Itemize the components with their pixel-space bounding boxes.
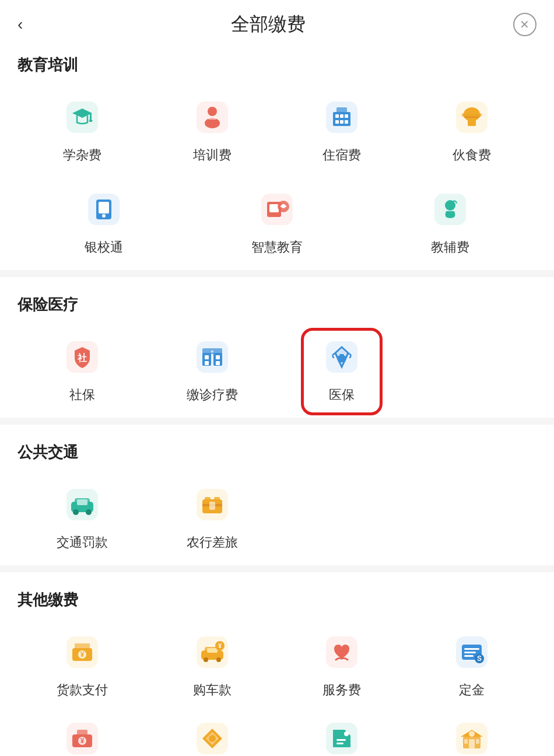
zhenzhen-icon-wrap: + bbox=[189, 334, 236, 380]
chef-icon bbox=[456, 102, 488, 133]
service-icon bbox=[326, 636, 357, 668]
svg-rect-39 bbox=[205, 361, 209, 365]
item-jiaofu[interactable]: 教辅费 bbox=[363, 178, 537, 264]
section-title-other: 其他缴费 bbox=[17, 590, 537, 610]
svg-rect-57 bbox=[209, 502, 215, 510]
svg-point-4 bbox=[208, 107, 217, 116]
item-huiyuan[interactable]: 会员费 bbox=[148, 707, 278, 756]
item-jiaotong[interactable]: 交通罚款 bbox=[17, 473, 148, 559]
gongcheng-icon-wrap: ¥ bbox=[59, 715, 106, 756]
hospital-icon: + bbox=[197, 341, 228, 373]
insurance-grid: 社 社保 + 缴诊疗费 bbox=[17, 326, 537, 412]
empty-slot bbox=[407, 326, 537, 412]
svg-rect-73 bbox=[464, 648, 479, 650]
svg-rect-40 bbox=[216, 361, 220, 365]
item-zhushu[interactable]: 住宿费 bbox=[277, 86, 407, 172]
svg-rect-8 bbox=[333, 112, 350, 126]
svg-rect-10 bbox=[340, 114, 343, 118]
yinxiao-label: 银校通 bbox=[85, 239, 123, 256]
item-gouchekuan[interactable]: ¥ 购车款 bbox=[148, 621, 278, 707]
svg-rect-55 bbox=[214, 497, 220, 502]
peixun-icon-wrap bbox=[189, 94, 236, 141]
fuwufei-label: 服务费 bbox=[322, 681, 361, 699]
svg-point-29 bbox=[282, 205, 285, 208]
svg-text:¥: ¥ bbox=[80, 650, 85, 659]
section-transport: 公共交通 交通罚款 bbox=[0, 430, 554, 559]
item-peixun[interactable]: 培训费 bbox=[148, 86, 278, 172]
svg-text:+: + bbox=[211, 349, 213, 355]
zhushu-icon-wrap bbox=[318, 94, 365, 141]
peixun-label: 培训费 bbox=[193, 146, 232, 164]
svg-rect-27 bbox=[269, 204, 279, 212]
smartedu-icon bbox=[261, 194, 293, 225]
item-zhihui[interactable]: 智慧教育 bbox=[191, 178, 364, 264]
item-gongcheng[interactable]: ¥ 工程款 bbox=[17, 707, 148, 756]
back-button[interactable]: ‹ bbox=[17, 15, 23, 34]
phone-icon bbox=[88, 194, 120, 225]
transport-grid: 交通罚款 农行差旅 bbox=[17, 473, 537, 559]
dingjin-icon-wrap: $ S bbox=[448, 629, 495, 676]
section-insurance: 保险医疗 社 社保 bbox=[0, 283, 554, 412]
item-xuezan[interactable]: 学杂费 bbox=[17, 86, 148, 172]
svg-point-95 bbox=[469, 731, 475, 737]
svg-rect-12 bbox=[335, 120, 339, 124]
svg-point-50 bbox=[86, 509, 92, 515]
jiaofu-label: 教辅费 bbox=[431, 239, 469, 256]
building-icon bbox=[326, 102, 357, 133]
huoshi-label: 伙食费 bbox=[453, 146, 491, 164]
item-huoshi[interactable]: 伙食费 bbox=[407, 86, 537, 172]
divider-1 bbox=[0, 270, 554, 277]
education-grid-row2: 银校通 智慧教育 bbox=[17, 178, 537, 264]
qita-icon-wrap bbox=[318, 715, 365, 756]
yibao-label: 医保 bbox=[329, 386, 355, 404]
gouchekuan-icon-wrap: ¥ bbox=[189, 629, 236, 676]
other-grid-row1: ¥ 货款支付 ¥ 购车款 bbox=[17, 621, 537, 707]
item-tanchuang[interactable]: 摊位费 bbox=[407, 707, 537, 756]
svg-text:S: S bbox=[477, 654, 482, 663]
divider-2 bbox=[0, 418, 554, 425]
other-icon bbox=[326, 723, 357, 754]
item-qita[interactable]: 其他 bbox=[277, 707, 407, 756]
item-shebao[interactable]: 社 社保 bbox=[17, 326, 148, 412]
close-button[interactable]: ✕ bbox=[513, 13, 537, 36]
travel-icon bbox=[197, 489, 228, 520]
huoshi-icon-wrap bbox=[448, 94, 495, 141]
shebao-icon: 社 bbox=[66, 341, 98, 373]
zhushu-label: 住宿费 bbox=[322, 146, 361, 164]
member-icon bbox=[197, 723, 228, 754]
zhenzhen-label: 缴诊疗费 bbox=[187, 386, 238, 404]
item-yinxiao[interactable]: 银校通 bbox=[17, 178, 191, 264]
svg-rect-92 bbox=[469, 739, 475, 748]
jiaotong-label: 交通罚款 bbox=[57, 534, 108, 551]
section-title-education: 教育培训 bbox=[17, 55, 537, 75]
svg-rect-54 bbox=[205, 497, 211, 502]
huokuan-icon-wrap: ¥ bbox=[59, 629, 106, 676]
empty-transport-3 bbox=[277, 473, 407, 559]
svg-rect-83 bbox=[77, 730, 87, 736]
item-zhenzhen[interactable]: + 缴诊疗费 bbox=[148, 326, 278, 412]
svg-point-24 bbox=[102, 214, 106, 218]
svg-rect-75 bbox=[464, 655, 474, 657]
tanchuang-icon-wrap bbox=[448, 715, 495, 756]
svg-rect-37 bbox=[205, 355, 209, 359]
item-huokuan[interactable]: ¥ 货款支付 bbox=[17, 621, 148, 707]
section-education: 教育培训 学杂费 bbox=[0, 43, 554, 264]
svg-rect-9 bbox=[335, 114, 339, 118]
svg-rect-88 bbox=[336, 739, 346, 741]
section-title-insurance: 保险医疗 bbox=[17, 295, 537, 315]
shebao-icon-wrap: 社 bbox=[59, 334, 106, 380]
carfee-icon: ¥ bbox=[197, 636, 228, 668]
item-nonghang[interactable]: 农行差旅 bbox=[148, 473, 278, 559]
dingjin-label: 定金 bbox=[459, 681, 485, 699]
jiaofu-icon-wrap bbox=[427, 186, 474, 233]
teacher-icon bbox=[197, 102, 228, 133]
svg-rect-14 bbox=[345, 120, 348, 124]
item-fuwufei[interactable]: 服务费 bbox=[277, 621, 407, 707]
item-yibao[interactable]: 医保 bbox=[277, 326, 407, 412]
svg-rect-1 bbox=[90, 113, 92, 120]
page-title: 全部缴费 bbox=[231, 12, 306, 37]
item-dingjin[interactable]: $ S 定金 bbox=[407, 621, 537, 707]
svg-rect-19 bbox=[468, 118, 476, 126]
nonghang-icon-wrap bbox=[189, 481, 236, 528]
svg-rect-23 bbox=[99, 202, 109, 214]
